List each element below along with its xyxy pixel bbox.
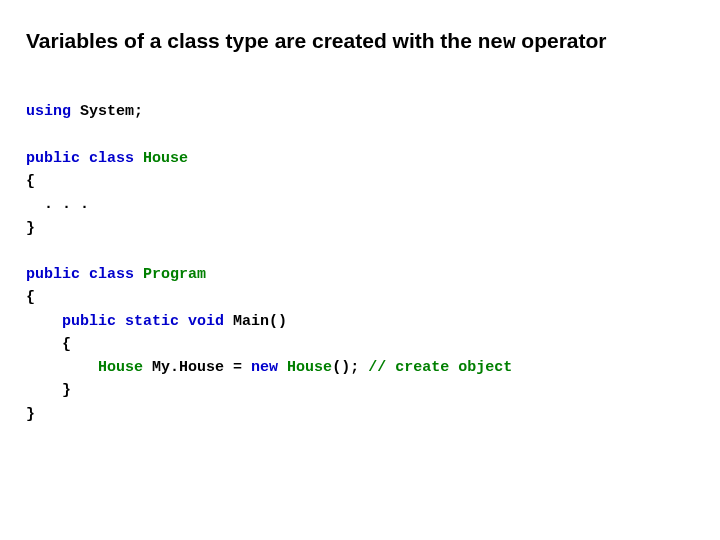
slide: Variables of a class type are created wi… (0, 0, 720, 540)
type-house-decl: House (143, 150, 188, 167)
brace-close-2: } (26, 406, 35, 423)
type-house-use-2: House (287, 359, 332, 376)
txt-system: System; (71, 103, 143, 120)
type-house-use-1: House (98, 359, 143, 376)
var-assign: My.House = (152, 359, 251, 376)
ctor-call: (); (332, 359, 368, 376)
ellipsis: . . . (26, 196, 89, 213)
slide-heading: Variables of a class type are created wi… (26, 28, 694, 56)
indent (26, 359, 98, 376)
sp (134, 266, 143, 283)
kw-new: new (251, 359, 278, 376)
brace-close-1: } (26, 220, 35, 237)
brace-close-3: } (26, 382, 71, 399)
kw-public-class-1: public class (26, 150, 134, 167)
type-program-decl: Program (143, 266, 206, 283)
code-block: using System; public class House { . . .… (26, 100, 694, 426)
kw-public-static-void: public static void (62, 313, 224, 330)
main-ident: Main() (233, 313, 287, 330)
heading-suffix: operator (516, 29, 607, 52)
sp (278, 359, 287, 376)
brace-open-1: { (26, 173, 35, 190)
kw-public-class-2: public class (26, 266, 134, 283)
brace-open-3: { (26, 336, 71, 353)
heading-prefix: Variables of a class type are created wi… (26, 29, 478, 52)
comment-create-object: // create object (368, 359, 512, 376)
heading-keyword-new: new (478, 31, 516, 54)
sp (143, 359, 152, 376)
brace-open-2: { (26, 289, 35, 306)
indent (26, 313, 62, 330)
sp (224, 313, 233, 330)
sp (134, 150, 143, 167)
kw-using: using (26, 103, 71, 120)
